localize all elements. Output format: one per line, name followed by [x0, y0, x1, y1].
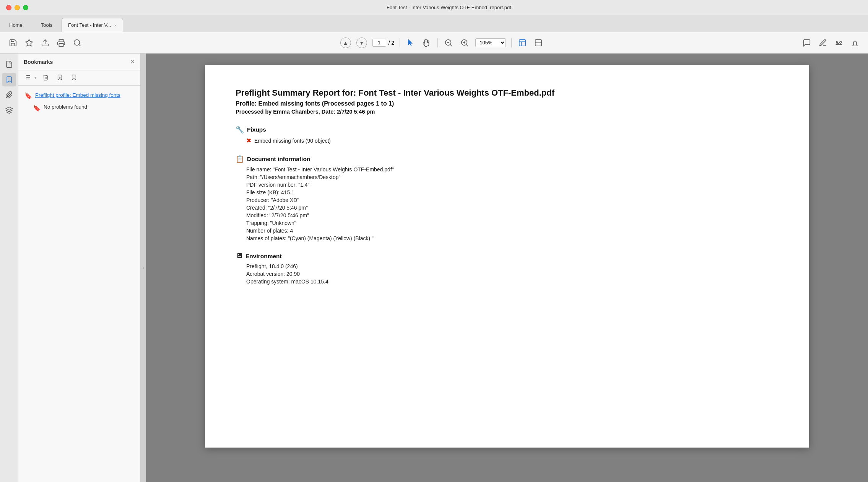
- layout-icon[interactable]: [533, 37, 544, 48]
- pdf-env-line-1: Acrobat version: 20.90: [246, 271, 779, 277]
- prev-page-button[interactable]: ▲: [340, 37, 351, 48]
- toolbar-sep-1: [400, 38, 400, 47]
- svg-marker-0: [26, 39, 33, 46]
- pdf-report-title: Preflight Summary Report for: Font Test …: [236, 88, 779, 98]
- pdf-section-fixups-header: 🔧 Fixups: [236, 125, 779, 134]
- tab-active[interactable]: Font Test - Inter V... ×: [62, 18, 123, 32]
- bookmark-star-icon[interactable]: [24, 37, 34, 48]
- cursor-tool-icon[interactable]: [405, 37, 416, 48]
- pen-icon[interactable]: [818, 37, 828, 48]
- pdf-processed-by: Processed by Emma Chambers, Date: 2/7/20…: [236, 109, 779, 115]
- bookmark-label-2: No problems found: [44, 104, 87, 110]
- zoom-in-icon[interactable]: [459, 37, 470, 48]
- svg-line-9: [467, 44, 468, 46]
- docinfo-title: Document information: [247, 156, 310, 163]
- zoom-out-icon[interactable]: [443, 37, 454, 48]
- environment-icon: 🖥: [236, 252, 242, 260]
- comment-icon[interactable]: [801, 37, 812, 48]
- toolbar-left: [8, 37, 83, 48]
- svg-rect-2: [59, 43, 63, 46]
- minimize-button[interactable]: [15, 5, 20, 10]
- pdf-section-fixups: 🔧 Fixups ✖ Embed missing fonts (90 objec…: [236, 125, 779, 144]
- pdf-env-line-0: Preflight, 18.4.0 (246): [246, 263, 779, 269]
- pdf-section-docinfo-header: 📋 Document information: [236, 155, 779, 163]
- pdf-docinfo-line-6: Modified: "2/7/20 5:46 pm": [246, 212, 779, 218]
- pdf-docinfo-line-8: Number of plates: 4: [246, 228, 779, 234]
- next-page-button[interactable]: ▼: [356, 37, 367, 48]
- pdf-docinfo-block: File name: "Font Test - Inter Various We…: [236, 166, 779, 241]
- bookmarks-panel: Bookmarks ✕ ▾: [18, 54, 141, 482]
- bookmarks-list-dropdown-icon[interactable]: ▾: [34, 75, 37, 80]
- fixups-title: Fixups: [247, 126, 266, 133]
- attachments-panel-icon[interactable]: [2, 88, 16, 102]
- upload-icon[interactable]: [40, 37, 50, 48]
- tab-close-icon[interactable]: ×: [114, 23, 117, 28]
- sign-icon[interactable]: [834, 37, 844, 48]
- bookmarks-tag-icon[interactable]: [69, 73, 79, 83]
- tab-bar: Home Tools Font Test - Inter V... ×: [0, 15, 868, 32]
- pdf-profile: Profile: Embed missing fonts (Processed …: [236, 100, 779, 107]
- pdf-docinfo-line-9: Names of plates: "(Cyan) (Magenta) (Yell…: [246, 235, 779, 241]
- pdf-docinfo-line-1: Path: "/Users/emmachambers/Desktop": [246, 174, 779, 180]
- pdf-docinfo-line-7: Trapping: "Unknown": [246, 220, 779, 226]
- pdf-section-environment-header: 🖥 Environment: [236, 252, 779, 260]
- bookmarks-list-view-icon[interactable]: [22, 73, 33, 83]
- pdf-docinfo-line-3: File size (KB): 415.1: [246, 189, 779, 195]
- svg-rect-12: [519, 39, 526, 46]
- pdf-environment-block: Preflight, 18.4.0 (246) Acrobat version:…: [236, 263, 779, 285]
- pdf-section-environment: 🖥 Environment Preflight, 18.4.0 (246) Ac…: [236, 252, 779, 285]
- fit-page-icon[interactable]: [517, 37, 528, 48]
- search-icon[interactable]: [72, 37, 83, 48]
- pdf-docinfo-line-4: Producer: "Adobe XD": [246, 197, 779, 203]
- traffic-lights: [6, 5, 28, 10]
- collapse-arrow: ‹: [143, 265, 144, 270]
- svg-line-6: [450, 44, 452, 46]
- toolbar-right: [801, 37, 860, 48]
- panel-collapse-handle[interactable]: ‹: [141, 54, 146, 482]
- window-title: Font Test - Inter Various Weights OTF-Em…: [36, 5, 862, 10]
- tab-home[interactable]: Home: [0, 18, 32, 32]
- zoom-select[interactable]: 105% 100% 75% 50% 125% 150%: [475, 38, 506, 47]
- pages-panel-icon[interactable]: [2, 57, 16, 71]
- bookmarks-close-button[interactable]: ✕: [130, 58, 135, 65]
- hand-tool-icon[interactable]: [421, 37, 432, 48]
- pdf-env-line-2: Operating system: macOS 10.15.4: [246, 278, 779, 285]
- tab-active-label: Font Test - Inter V...: [68, 22, 111, 28]
- total-pages: / 2: [388, 40, 395, 46]
- pdf-docinfo-line-2: PDF version number: "1.4": [246, 182, 779, 188]
- bookmarks-panel-icon[interactable]: [2, 73, 16, 86]
- close-button[interactable]: [6, 5, 11, 10]
- svg-marker-17: [6, 107, 12, 110]
- bookmark-icon-1: 🔖: [24, 92, 32, 99]
- bookmarks-delete-icon[interactable]: [41, 73, 51, 83]
- print-icon[interactable]: [56, 37, 67, 48]
- title-bar: Font Test - Inter Various Weights OTF-Em…: [0, 0, 868, 15]
- bookmark-icon-2: 🔖: [33, 104, 41, 112]
- tab-tools-label: Tools: [41, 22, 52, 28]
- side-icons: [0, 54, 18, 482]
- bookmark-label-1: Preflight profile: Embed missing fonts: [35, 92, 120, 99]
- svg-line-4: [79, 44, 80, 46]
- toolbar-sep-2: [437, 38, 438, 47]
- maximize-button[interactable]: [23, 5, 28, 10]
- stamp-icon[interactable]: [850, 37, 860, 48]
- list-item[interactable]: 🔖 Preflight profile: Embed missing fonts: [21, 90, 137, 102]
- bookmarks-title: Bookmarks: [24, 59, 53, 65]
- docinfo-icon: 📋: [236, 155, 244, 163]
- page-nav: / 2: [372, 39, 395, 47]
- page-number-input[interactable]: [372, 39, 386, 47]
- toolbar-sep-3: [511, 38, 512, 47]
- fixups-item-text: Embed missing fonts (90 object): [254, 138, 331, 144]
- pdf-section-docinfo: 📋 Document information File name: "Font …: [236, 155, 779, 241]
- fixups-item-icon: ✖: [246, 137, 251, 144]
- tab-tools[interactable]: Tools: [32, 18, 62, 32]
- list-item[interactable]: 🔖 No problems found: [21, 102, 137, 114]
- svg-point-3: [74, 39, 80, 45]
- layers-panel-icon[interactable]: [2, 103, 16, 117]
- bookmarks-add-icon[interactable]: [55, 73, 65, 83]
- bookmarks-toolbar: ▾: [18, 70, 140, 86]
- save-icon[interactable]: [8, 37, 18, 48]
- tab-home-label: Home: [9, 22, 23, 28]
- pdf-viewer[interactable]: Preflight Summary Report for: Font Test …: [146, 54, 868, 482]
- bookmarks-list: 🔖 Preflight profile: Embed missing fonts…: [18, 86, 140, 482]
